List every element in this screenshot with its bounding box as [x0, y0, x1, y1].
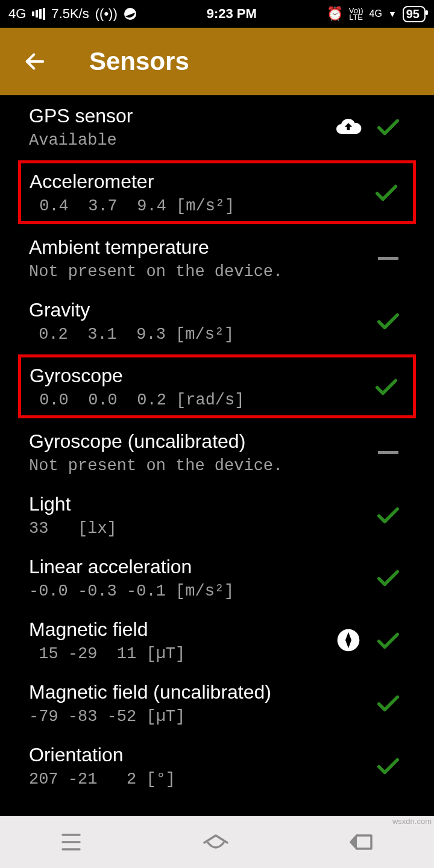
sensor-title: Ambient temperature [29, 235, 330, 259]
dash-icon [366, 257, 410, 260]
page-title: Sensors [89, 47, 189, 76]
sensor-value: 0.0 0.0 0.2 [rad/s] [30, 391, 329, 409]
sensor-list[interactable]: GPS sensorAvailableAccelerometer 0.4 3.7… [0, 95, 434, 816]
watermark: wsxdn.com [392, 817, 432, 826]
volte-icon: Vo)) LTE [349, 7, 363, 20]
sensor-title: GPS sensor [29, 104, 330, 128]
check-icon [365, 373, 408, 400]
dash-icon [366, 451, 410, 454]
sensor-row-gps[interactable]: GPS sensorAvailable [0, 95, 434, 158]
check-icon [366, 113, 410, 140]
sensor-row-accel[interactable]: Accelerometer 0.4 3.7 9.4 [m/s²] [18, 160, 416, 224]
sensor-value: Not present on the device. [29, 263, 330, 281]
check-icon [366, 689, 410, 717]
check-icon [366, 307, 410, 335]
app-bar: Sensors [0, 28, 434, 95]
net-speed: 7.5K/s [51, 6, 89, 22]
sensor-row-gyro[interactable]: Gyroscope 0.0 0.0 0.2 [rad/s] [18, 354, 416, 418]
check-icon [366, 752, 410, 779]
sensor-title: Gyroscope [30, 363, 329, 388]
home-button[interactable] [202, 832, 230, 852]
sensor-row-magfield-uncal[interactable]: Magnetic field (uncalibrated)-79 -83 -52… [0, 671, 434, 734]
sensor-value: -79 -83 -52 [µT] [29, 708, 330, 726]
sensor-row-orientation[interactable]: Orientation207 -21 2 [°] [0, 734, 434, 797]
sensor-row-gravity[interactable]: Gravity 0.2 3.1 9.3 [m/s²] [0, 289, 434, 352]
ball-icon [124, 7, 137, 20]
system-nav-bar [0, 816, 434, 868]
sensor-row-gyro-uncal[interactable]: Gyroscope (uncalibrated)Not present on t… [0, 421, 434, 483]
status-bar: 4G 7.5K/s ((•)) 9:23 PM ⏰ Vo)) LTE 4G ▼ … [0, 0, 434, 28]
back-button[interactable] [348, 832, 375, 852]
sensor-value: -0.0 -0.3 -0.1 [m/s²] [29, 582, 330, 600]
sensor-value: 33 [lx] [29, 520, 330, 538]
sensor-value: Not present on the device. [29, 457, 330, 475]
battery-indicator: 95 [403, 6, 426, 22]
clock-text: 9:23 PM [207, 6, 257, 22]
check-icon [366, 626, 410, 654]
sensor-value: 0.4 3.7 9.4 [m/s²] [30, 197, 329, 215]
alarm-icon: ⏰ [327, 6, 343, 22]
sensor-value: 0.2 3.1 9.3 [m/s²] [29, 326, 330, 344]
check-icon [365, 178, 408, 206]
recent-apps-button[interactable] [59, 832, 83, 852]
sensor-title: Linear acceleration [29, 555, 330, 579]
sensor-title: Magnetic field (uncalibrated) [29, 680, 330, 704]
sensor-row-ambient[interactable]: Ambient temperatureNot present on the de… [0, 227, 434, 289]
sensor-title: Orientation [29, 743, 330, 767]
sensor-row-magfield[interactable]: Magnetic field 15 -29 11 [µT] [0, 609, 434, 671]
sensor-value: 15 -29 11 [µT] [29, 645, 330, 663]
sensor-title: Light [29, 492, 330, 516]
down-icon: ▼ [388, 9, 397, 19]
sensor-title: Gyroscope (uncalibrated) [29, 429, 330, 453]
sensor-title: Accelerometer [30, 169, 329, 193]
sensor-row-linaccel[interactable]: Linear acceleration-0.0 -0.3 -0.1 [m/s²] [0, 546, 434, 609]
sensor-title: Magnetic field [29, 617, 330, 641]
sensor-value: 207 -21 2 [°] [29, 770, 330, 788]
sensor-row-light[interactable]: Light33 [lx] [0, 483, 434, 546]
cloud-download-icon [330, 112, 366, 141]
sensor-value: Available [29, 131, 330, 149]
back-icon[interactable] [23, 49, 47, 74]
network2-type: 4G [370, 8, 382, 19]
network-type: 4G [8, 6, 26, 22]
check-icon [366, 564, 410, 591]
check-icon [366, 501, 410, 529]
compass-icon [330, 628, 366, 652]
signal-icon [32, 8, 45, 20]
wifi-activity-icon: ((•)) [95, 6, 118, 22]
sensor-title: Gravity [29, 298, 330, 322]
